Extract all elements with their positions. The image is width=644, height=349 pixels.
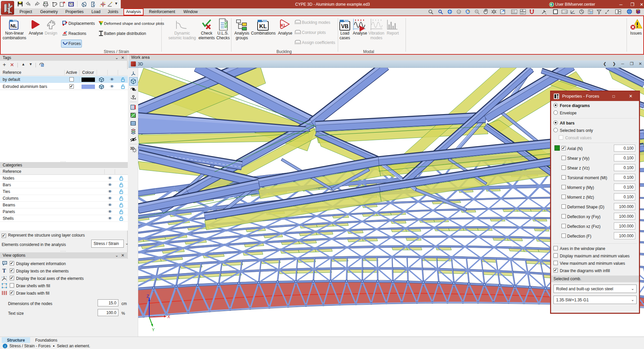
- svg-text:x2: x2: [458, 11, 461, 13]
- svg-text:x: x: [6, 276, 7, 278]
- svg-text:x: x: [6, 279, 7, 281]
- svg-text:KL: KL: [281, 23, 286, 28]
- svg-text:F: F: [65, 31, 67, 34]
- svg-text:KL: KL: [259, 23, 267, 30]
- svg-text:1.00: 1.00: [562, 11, 567, 13]
- svg-text:Z: Z: [147, 294, 149, 299]
- svg-text:DWG: DWG: [512, 12, 516, 14]
- svg-text:X: X: [167, 314, 170, 319]
- svg-text:y: y: [2, 276, 3, 278]
- svg-text:Y: Y: [152, 328, 155, 332]
- svg-text:NL: NL: [10, 23, 17, 29]
- svg-text:3D: 3D: [130, 147, 135, 150]
- svg-text:VB: VB: [341, 23, 348, 29]
- svg-text:I: I: [94, 3, 95, 6]
